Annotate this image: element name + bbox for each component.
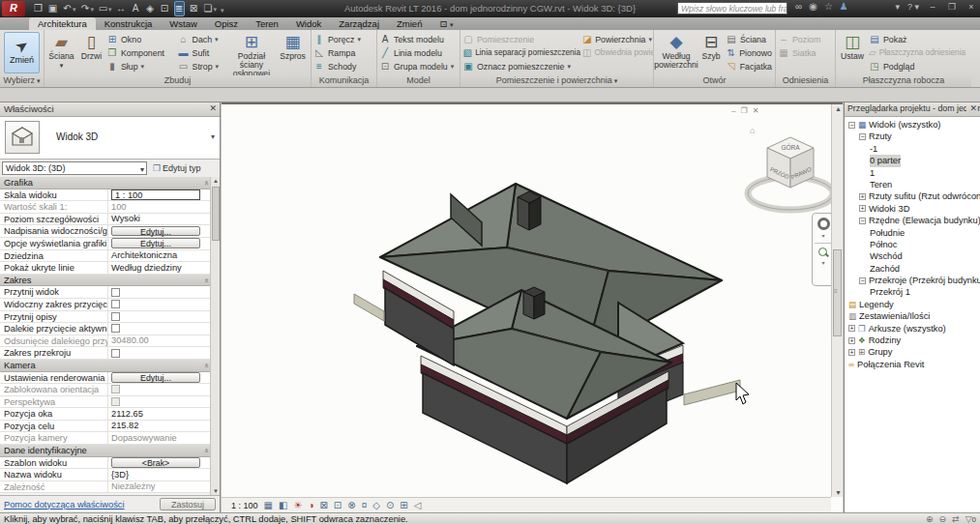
property-row[interactable]: Pozycja celu 215.82 215.82 « bbox=[0, 421, 211, 433]
vcb-more-icon[interactable]: ◁ bbox=[414, 500, 422, 510]
thin-lines-icon[interactable]: ≣ bbox=[174, 1, 185, 16]
property-row[interactable]: Widoczny zakres przycięcia « bbox=[0, 299, 211, 311]
property-row[interactable]: Poziom szczegółowości Wysoki Wysoki « bbox=[0, 214, 211, 226]
checkbox[interactable] bbox=[111, 349, 120, 358]
sign-in-icon[interactable]: ♟ bbox=[840, 1, 848, 12]
tree-item[interactable]: 0 parter bbox=[845, 155, 980, 166]
help-button[interactable]: ? ▾ bbox=[907, 2, 919, 12]
modify-button[interactable]: ➤ Zmień bbox=[4, 32, 40, 73]
property-row[interactable]: Pozycja oka 2112.65 2112.65 « bbox=[0, 408, 211, 421]
drawing-area[interactable]: – ❐ ✕ GÓRA PRZÓD PRAWO ⌂ ▾ ▾ ▲▼ ≡ bbox=[222, 102, 843, 512]
property-row[interactable]: Ustawienia renderowania Edytuj... Edytuj… bbox=[0, 372, 211, 385]
door-button[interactable]: ▯ Drzwi bbox=[78, 31, 104, 74]
favorites-icon[interactable]: ☆ bbox=[824, 1, 833, 12]
crop-visible-icon[interactable]: ⊡ bbox=[334, 500, 342, 510]
component-button[interactable]: ❒ Komponent bbox=[106, 46, 176, 59]
tab-zarzadzaj[interactable]: Zarządzaj bbox=[330, 17, 388, 30]
model-line-button[interactable]: ╱ Linia modelu bbox=[379, 46, 458, 59]
tree-item[interactable]: ▥ Zestawienia/Ilości bbox=[845, 310, 980, 322]
property-row[interactable]: Nazwa widoku {3D} {3D} « bbox=[0, 469, 211, 481]
selection-filter[interactable]: ▽0 bbox=[965, 514, 976, 524]
expand-glyph-icon[interactable] bbox=[859, 277, 866, 284]
property-row[interactable]: Dalekie przycięcie aktywne « bbox=[0, 323, 211, 335]
tab-teren[interactable]: Teren bbox=[247, 17, 287, 30]
type-selector-caret-icon[interactable]: ▾ bbox=[211, 132, 215, 141]
qat-text-icon[interactable]: A bbox=[131, 2, 141, 15]
checkbox[interactable] bbox=[111, 288, 120, 297]
tab-wstaw[interactable]: Wstaw bbox=[161, 17, 206, 30]
property-row[interactable]: Zakres przekroju « bbox=[0, 347, 211, 360]
expand-glyph-icon[interactable] bbox=[848, 122, 855, 129]
tab-architektura[interactable]: Architektura bbox=[29, 17, 96, 30]
property-row[interactable]: Skala widoku 1 : 100 1 : 100 « bbox=[0, 189, 211, 202]
tree-item[interactable]: ❐ Arkusze (wszystko) bbox=[845, 323, 980, 335]
search-input[interactable]: Wpisz słowo kluczowe lub frazę bbox=[677, 2, 787, 15]
tree-item[interactable]: Widoki 3D bbox=[845, 203, 980, 215]
apply-button[interactable]: Zastosuj bbox=[160, 498, 216, 510]
value-button[interactable]: Edytuj... bbox=[111, 372, 200, 383]
property-row[interactable]: Kamera « bbox=[0, 360, 211, 372]
panel-label-komunikacja[interactable]: Komunikacja bbox=[312, 75, 376, 87]
show-workplane-button[interactable]: ▤ Pokaż bbox=[869, 33, 965, 45]
expand-glyph-icon[interactable] bbox=[859, 205, 866, 212]
tab-zmien[interactable]: Zmień bbox=[388, 17, 431, 30]
crop-icon[interactable]: ⊠ bbox=[319, 500, 327, 510]
tree-item[interactable]: 1 bbox=[845, 167, 980, 179]
checkbox[interactable] bbox=[111, 385, 120, 393]
expand-glyph-icon[interactable] bbox=[848, 325, 855, 332]
value-button[interactable]: <Brak> bbox=[111, 457, 200, 468]
property-row[interactable]: Zależność Niezależny Niezależny « bbox=[0, 481, 211, 494]
floor-button[interactable]: ▭ Strop bbox=[178, 60, 226, 73]
tree-item[interactable]: Teren bbox=[845, 179, 980, 190]
save-icon[interactable]: ▣ bbox=[47, 2, 58, 15]
expand-glyph-icon[interactable] bbox=[848, 349, 855, 356]
section-icon[interactable]: ⊡ bbox=[160, 2, 170, 15]
property-row[interactable]: Pozycja kamery Dopasowywanie Dopasowywan… bbox=[0, 432, 211, 445]
shaft-button[interactable]: ⊟ Szyb bbox=[698, 31, 724, 74]
opening-by-face-button[interactable]: ◆ Według powierzchni bbox=[656, 31, 697, 74]
visual-style-icon[interactable]: ◧ bbox=[279, 500, 287, 510]
property-row[interactable]: Wartość skali 1: 100 100 « bbox=[0, 201, 211, 214]
sun-icon[interactable]: ☀ bbox=[293, 500, 302, 510]
property-row[interactable]: Odsunięcie dalekiego przy... 30480.00 30… bbox=[0, 335, 211, 348]
expand-glyph-icon[interactable] bbox=[859, 193, 866, 200]
tree-item[interactable]: Rzuty bbox=[845, 131, 980, 142]
comm-center-icon[interactable]: ◉ bbox=[809, 1, 817, 12]
set-workplane-button[interactable]: ◫ Ustaw bbox=[838, 31, 867, 74]
view-close-icon[interactable]: ✕ bbox=[753, 106, 759, 115]
vertical-scrollbar[interactable]: ▲▼ ≡ bbox=[831, 104, 843, 497]
app-menu-button[interactable]: R bbox=[2, 1, 25, 16]
wall-button[interactable]: ▰ Ściana bbox=[46, 31, 76, 74]
browser-header[interactable]: Przeglądarka projektu - dom jednorod... … bbox=[845, 102, 980, 117]
shadows-icon[interactable]: ◑ bbox=[308, 500, 313, 510]
steering-wheel-icon[interactable] bbox=[817, 218, 830, 230]
infocenter-dropdown-icon[interactable]: ▾ bbox=[895, 2, 900, 12]
properties-close-icon[interactable]: ✕ bbox=[209, 103, 217, 113]
expand-glyph-icon[interactable] bbox=[859, 218, 866, 224]
property-row[interactable]: Dane identyfikacyjne « bbox=[0, 445, 211, 457]
panel-label-otwor[interactable]: Otwór bbox=[654, 75, 775, 87]
wall-opening-button[interactable]: ▤ Ściana bbox=[726, 33, 772, 45]
model-text-button[interactable]: A Tekst modelu bbox=[379, 33, 458, 45]
property-row[interactable]: Opcje wyświetlania grafiki Edytuj... Edy… bbox=[0, 238, 211, 250]
mullion-button[interactable]: ▦ Szpros bbox=[277, 31, 309, 74]
property-row[interactable]: Zakres « bbox=[0, 275, 211, 287]
tree-item[interactable]: ▦ Widoki (wszystko) bbox=[845, 119, 980, 131]
tree-item[interactable]: Rzuty sufitu (Rzut odwrócony) bbox=[845, 190, 980, 202]
property-row[interactable]: Zablokowana orientacja « bbox=[0, 384, 211, 396]
tree-item[interactable]: ❖ Rodziny bbox=[845, 335, 980, 346]
railing-button[interactable]: ∥ Poręcz bbox=[313, 33, 374, 45]
workplane-viewer-button[interactable]: ◳ Podgląd bbox=[869, 60, 965, 73]
stairs-button[interactable]: ≡ Schody bbox=[313, 60, 374, 73]
edit-type-button[interactable]: ❐ Edytuj typ bbox=[150, 161, 204, 175]
room-separation-button[interactable]: ▧ Linia separacji pomieszczenia bbox=[462, 46, 580, 59]
default-3d-icon[interactable]: ◈ bbox=[145, 2, 156, 15]
checkbox[interactable] bbox=[111, 324, 120, 333]
panel-label-plaszczyzna[interactable]: Płaszczyzna robocza bbox=[836, 75, 971, 87]
aligned-dimension-icon[interactable]: ↔ bbox=[116, 2, 127, 15]
close-icon[interactable]: × bbox=[965, 2, 977, 12]
tree-item[interactable]: Rzędne (Elewacja budynku) bbox=[845, 215, 980, 226]
tree-item[interactable]: ∞ Połączenia Revit bbox=[845, 359, 980, 370]
properties-scrollbar[interactable]: ▲▼ bbox=[210, 177, 220, 495]
reveal-hidden-icon[interactable]: ¤ bbox=[362, 500, 368, 510]
